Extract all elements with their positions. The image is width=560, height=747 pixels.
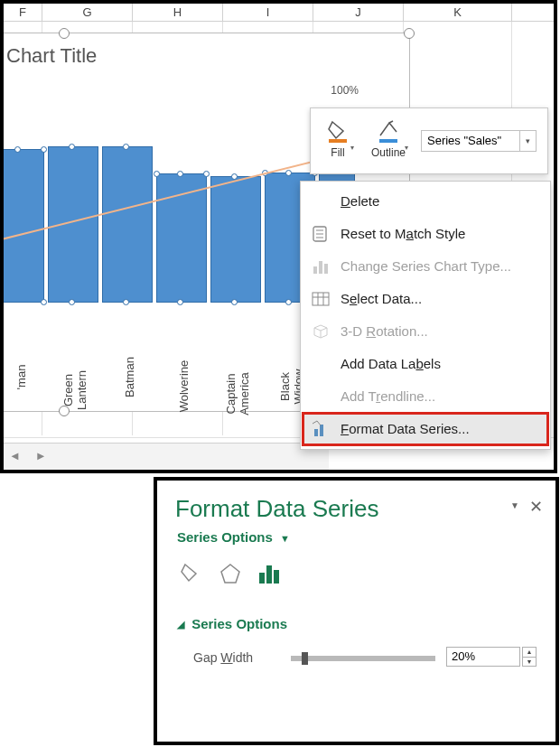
context-menu: Delete Reset to Match Style Change Serie…: [300, 181, 551, 450]
outline-label: Outline: [367, 146, 410, 159]
svg-rect-0: [329, 139, 347, 143]
col-K[interactable]: K: [404, 4, 512, 21]
col-H[interactable]: H: [133, 4, 223, 21]
cat-4: Captain America: [224, 367, 251, 421]
cube-icon: [310, 321, 331, 342]
chevron-down-icon: ▼: [280, 533, 290, 544]
gap-width-input[interactable]: 20%: [446, 647, 520, 667]
menu-select-data[interactable]: Select Data...: [303, 283, 548, 315]
effects-tab-icon[interactable]: [217, 560, 244, 587]
menu-delete[interactable]: Delete: [303, 185, 548, 218]
menu-add-trendline[interactable]: Add Trendline...: [303, 380, 548, 413]
spinner-up-icon[interactable]: ▲: [523, 648, 536, 658]
svg-rect-9: [313, 293, 329, 305]
cat-0: 'man: [14, 350, 28, 405]
cat-2: Batman: [123, 350, 136, 405]
gap-width-row: Gap Width 20% ▲ ▼: [193, 647, 537, 672]
sheet-nav: ◄ ►: [4, 443, 329, 470]
col-F[interactable]: F: [4, 4, 42, 21]
blank-icon: [310, 386, 331, 407]
svg-rect-6: [313, 266, 317, 274]
svg-rect-18: [274, 570, 279, 584]
blank-icon: [310, 353, 331, 375]
format-series-icon: [310, 418, 331, 440]
menu-format-data-series[interactable]: Format Data Series...: [303, 413, 548, 445]
gap-width-label: Gap Width: [193, 650, 253, 665]
section-series-options[interactable]: ◢ Series Options: [177, 616, 287, 631]
select-data-icon: [310, 288, 331, 310]
svg-rect-16: [259, 573, 265, 584]
menu-reset[interactable]: Reset to Match Style: [303, 218, 548, 250]
pane-subtitle-label: Series Options: [177, 529, 273, 545]
svg-rect-7: [319, 261, 322, 274]
gap-width-slider[interactable]: [291, 656, 435, 661]
sheet-nav-next[interactable]: ►: [30, 444, 52, 469]
bar-2[interactable]: [102, 146, 153, 303]
cat-3: Wolverine: [177, 359, 191, 414]
fill-icon: [316, 112, 359, 143]
col-G[interactable]: G: [42, 4, 133, 21]
svg-rect-14: [320, 425, 323, 436]
fill-button[interactable]: Fill ▾: [316, 112, 359, 168]
col-I[interactable]: I: [223, 4, 313, 21]
svg-rect-17: [266, 565, 272, 584]
bar-0[interactable]: [0, 149, 44, 303]
chart-resize-handle[interactable]: [404, 28, 415, 39]
axis-tick-100: 100%: [331, 84, 359, 97]
blank-icon: [310, 191, 331, 212]
pane-title: Format Data Series: [175, 495, 378, 523]
collapse-triangle-icon: ◢: [177, 619, 184, 630]
outline-button[interactable]: Outline ▾: [367, 112, 410, 168]
series-options-tab-icon[interactable]: [257, 560, 284, 587]
chart-and-menu-screenshot: F G H I J K Chart Title: [0, 0, 557, 473]
svg-rect-8: [324, 264, 328, 274]
menu-add-data-labels[interactable]: Add Data Labels: [303, 348, 548, 380]
menu-change-chart-type[interactable]: Change Series Chart Type...: [303, 250, 548, 283]
format-data-series-pane: Format Data Series ▼ ✕ Series Options ▼ …: [154, 477, 559, 745]
col-J[interactable]: J: [313, 4, 404, 21]
svg-rect-13: [314, 429, 318, 436]
menu-change-chart-type-label: Change Series Chart Type...: [341, 258, 511, 274]
cat-1: Green Lantern: [61, 363, 89, 417]
close-icon[interactable]: ✕: [529, 497, 543, 517]
pane-options-dropdown-icon[interactable]: ▼: [510, 500, 519, 510]
svg-rect-1: [379, 139, 397, 143]
chart-resize-handle[interactable]: [59, 28, 70, 39]
chevron-down-icon: ▾: [519, 131, 536, 151]
fill-line-tab-icon[interactable]: [177, 560, 204, 587]
slider-thumb[interactable]: [302, 652, 308, 665]
bar-4[interactable]: [210, 176, 261, 303]
pane-tab-icons: [177, 560, 284, 587]
chart-type-icon: [310, 256, 331, 277]
menu-3d-rotation: 3-D Rotation...: [303, 315, 548, 348]
chart-title[interactable]: Chart Title: [6, 44, 97, 68]
column-headers: F G H I J K: [4, 4, 554, 22]
sheet-nav-prev[interactable]: ◄: [4, 444, 26, 469]
outline-icon: [367, 112, 410, 143]
series-selector[interactable]: Series "Sales" ▾: [421, 130, 537, 152]
mini-toolbar: Fill ▾ Outline ▾ Series "Sales" ▾: [310, 107, 548, 174]
gap-width-spinner[interactable]: ▲ ▼: [522, 647, 537, 667]
reset-icon: [310, 223, 331, 245]
section-series-options-label: Series Options: [191, 616, 287, 631]
svg-marker-15: [221, 565, 239, 583]
spinner-down-icon[interactable]: ▼: [523, 658, 536, 667]
pane-subtitle[interactable]: Series Options ▼: [177, 529, 290, 545]
series-selector-label: Series "Sales": [427, 134, 501, 147]
